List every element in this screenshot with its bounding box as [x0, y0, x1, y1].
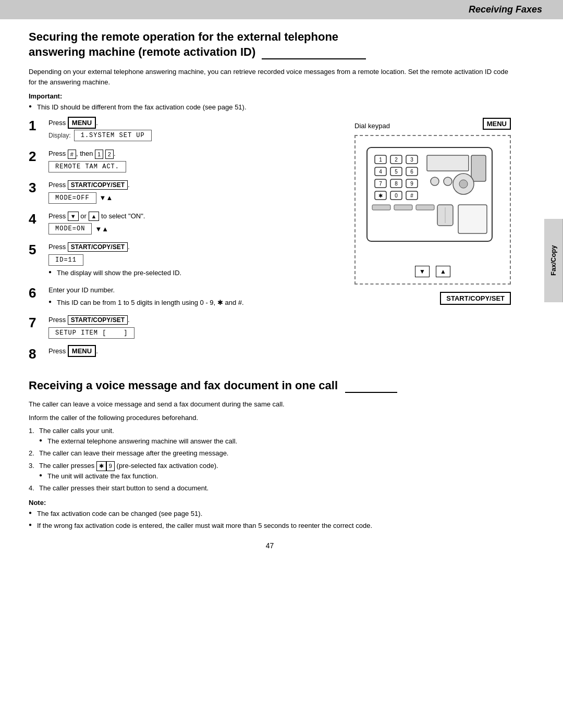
- svg-point-27: [431, 177, 439, 186]
- step-3-display-row: MODE=OFF ▼▲: [48, 192, 344, 204]
- menu-button-s8: MENU: [68, 345, 96, 357]
- step-3-content: Press START/COPY/SET. MODE=OFF ▼▲: [48, 180, 344, 206]
- arrows-s3: ▼▲: [100, 194, 113, 202]
- important-bullet: This ID should be different from the fax…: [29, 102, 511, 113]
- svg-text:3: 3: [410, 157, 413, 163]
- list-num-4: 4.: [29, 483, 34, 493]
- title-underline-decoration: [262, 58, 366, 59]
- list-bullet-1: The external telephone answering machine…: [39, 436, 511, 447]
- step-5-display-row: ID=11: [48, 254, 344, 266]
- step-7-text: Press START/COPY/SET.: [48, 315, 344, 325]
- svg-rect-31: [372, 205, 390, 210]
- svg-text:0: 0: [395, 193, 398, 199]
- display-box-s7: SETUP ITEM [ ]: [48, 327, 134, 339]
- step-6-content: Enter your ID number. This ID can be fro…: [48, 285, 344, 310]
- step-3-number: 3: [29, 181, 44, 194]
- down-arrow-key-s4: ▼: [68, 212, 79, 221]
- step-6: 6 Enter your ID number. This ID can be f…: [29, 285, 344, 310]
- start-copy-set-s3: START/COPY/SET: [68, 180, 128, 190]
- svg-text:9: 9: [410, 181, 413, 187]
- step-1-text: Press MENU.: [48, 118, 344, 128]
- step-8-number: 8: [29, 347, 44, 361]
- step-4-text: Press ▼ or ▲ to select "ON".: [48, 211, 344, 221]
- step-2-number: 2: [29, 150, 44, 163]
- step-1-display-row: Display: 1.SYSTEM SET UP: [48, 130, 344, 141]
- list-item-2: 2. The caller can leave their message af…: [29, 448, 511, 459]
- title-line2: answering machine (remote activation ID): [29, 45, 511, 60]
- intro-text: Depending on your external telephone ans…: [29, 67, 511, 87]
- svg-text:✱: ✱: [378, 193, 383, 199]
- steps-column: 1 Press MENU. Display: 1.SYSTEM SET UP 2: [29, 118, 344, 366]
- step-6-note: This ID can be from 1 to 5 digits in len…: [48, 298, 344, 308]
- section2-list: 1. The caller calls your unit. The exter…: [29, 426, 511, 493]
- step-2-text: Press #, then 1 2.: [48, 149, 344, 159]
- step-7-number: 7: [29, 316, 44, 329]
- page-number: 47: [29, 541, 511, 560]
- step-5-text: Press START/COPY/SET.: [48, 242, 344, 252]
- step-8: 8 Press MENU.: [29, 346, 344, 361]
- header-bar: Receiving Faxes: [0, 0, 563, 19]
- display-label-s1: Display:: [48, 132, 71, 139]
- section2-underline-decoration: [345, 392, 397, 393]
- up-arrow-btn-diagram: ▲: [436, 266, 450, 277]
- step-3: 3 Press START/COPY/SET. MODE=OFF ▼▲: [29, 180, 344, 206]
- step-8-text: Press MENU.: [48, 346, 344, 356]
- step-1-number: 1: [29, 119, 44, 132]
- svg-rect-33: [416, 205, 434, 210]
- svg-text:#: #: [410, 193, 413, 199]
- list-item-3: 3. The caller presses ✱9 (pre-selected f…: [29, 461, 511, 481]
- display-box-s3: MODE=OFF: [48, 192, 96, 204]
- step-1: 1 Press MENU. Display: 1.SYSTEM SET UP: [29, 118, 344, 144]
- step-1-content: Press MENU. Display: 1.SYSTEM SET UP: [48, 118, 344, 144]
- arrow-buttons-diagram: ▼ ▲: [362, 266, 504, 277]
- step-7: 7 Press START/COPY/SET. SETUP ITEM [ ]: [29, 315, 344, 341]
- header-title: Receiving Faxes: [469, 4, 542, 15]
- dial-keypad-label: Dial keypad: [354, 122, 390, 130]
- down-arrow-btn-diagram: ▼: [415, 266, 430, 277]
- step-7-content: Press START/COPY/SET. SETUP ITEM [ ]: [48, 315, 344, 341]
- key-2: 2: [105, 150, 114, 159]
- important-label: Important:: [29, 92, 511, 100]
- step-5: 5 Press START/COPY/SET. ID=11 The displa…: [29, 242, 344, 280]
- hash-key: #: [68, 150, 76, 159]
- step-4-content: Press ▼ or ▲ to select "ON". MODE=ON ▼▲: [48, 211, 344, 237]
- list-item-1: 1. The caller calls your unit. The exter…: [29, 426, 511, 446]
- note-label: Note:: [29, 499, 511, 507]
- list-num-3: 3.: [29, 461, 34, 471]
- menu-label-diagram: MENU: [483, 118, 511, 130]
- diagram-column: Dial keypad MENU 1 2: [354, 118, 511, 366]
- page-title: Securing the remote operation for the ex…: [29, 30, 511, 59]
- svg-rect-25: [427, 155, 469, 171]
- note-1: The fax activation code can be changed (…: [29, 509, 511, 519]
- display-box-s1: 1.SYSTEM SET UP: [74, 130, 152, 141]
- section2-intro2: Inform the caller of the following proce…: [29, 413, 511, 423]
- step-5-number: 5: [29, 243, 44, 256]
- start-copy-set-s7: START/COPY/SET: [68, 315, 128, 325]
- side-tab: Fax/Copy: [544, 219, 563, 302]
- display-box-s5: ID=11: [48, 254, 83, 266]
- step-2: 2 Press #, then 1 2. REMOTE TAM ACT.: [29, 149, 344, 175]
- machine-svg: 1 2 3 4 5 6 7: [362, 142, 497, 262]
- step-2-display-row: REMOTE TAM ACT.: [48, 161, 344, 172]
- page-container: Receiving Faxes Fax/Copy Securing the re…: [0, 0, 563, 728]
- display-box-s2: REMOTE TAM ACT.: [48, 161, 126, 172]
- section2-title: Receiving a voice message and fax docume…: [29, 378, 511, 393]
- step-6-number: 6: [29, 286, 44, 300]
- step-2-content: Press #, then 1 2. REMOTE TAM ACT.: [48, 149, 344, 175]
- list-item-4: 4. The caller presses their start button…: [29, 483, 511, 493]
- list-text-1: The caller calls your unit.: [39, 427, 114, 435]
- nine-key-s3: 9: [106, 461, 115, 471]
- step-8-content: Press MENU.: [48, 346, 344, 356]
- svg-text:4: 4: [379, 169, 382, 175]
- steps-diagram-layout: 1 Press MENU. Display: 1.SYSTEM SET UP 2: [29, 118, 511, 366]
- step-6-text: Enter your ID number.: [48, 285, 344, 295]
- step-5-content: Press START/COPY/SET. ID=11 The display …: [48, 242, 344, 280]
- menu-button-s1: MENU: [68, 117, 96, 129]
- up-arrow-key-s4: ▲: [89, 212, 100, 221]
- svg-point-30: [459, 180, 468, 188]
- start-copy-set-diagram-label: START/COPY/SET: [440, 292, 511, 305]
- list-text-4: The caller presses their start button to…: [39, 484, 209, 492]
- step-4-display-row: MODE=ON ▼▲: [48, 223, 344, 235]
- step-7-display-row: SETUP ITEM [ ]: [48, 327, 344, 339]
- section2-intro1: The caller can leave a voice message and…: [29, 399, 511, 410]
